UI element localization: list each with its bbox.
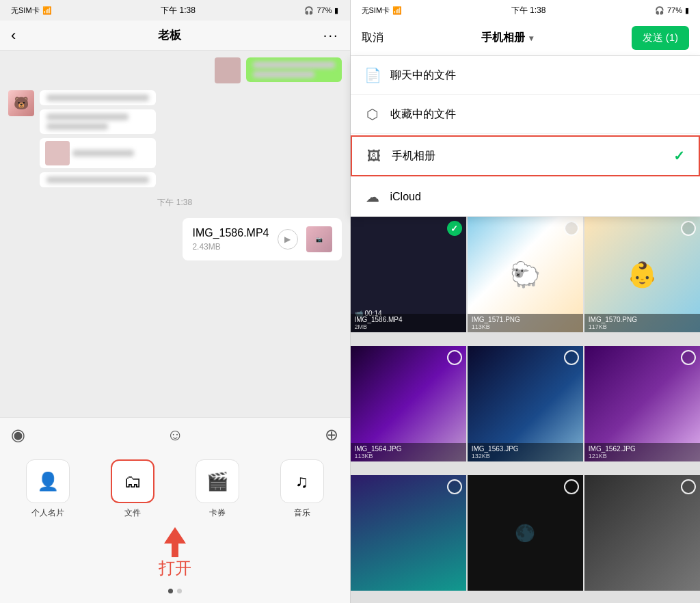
file-size: 2.43MB <box>192 242 269 252</box>
photo-select-7 <box>564 479 579 494</box>
dots-row <box>5 585 345 598</box>
photo-size-5: 121KB <box>589 453 696 459</box>
voice-icon[interactable]: ◉ <box>11 425 25 444</box>
bubble-2 <box>40 109 156 134</box>
album-title: 手机相册 <box>481 31 525 45</box>
icons-panel: 👤 个人名片 🗂 文件 🎬 卡券 ♫ <box>0 451 350 603</box>
send-button[interactable]: 发送 (1) <box>632 26 690 50</box>
msg-group <box>40 90 156 187</box>
left-nav-bar: ‹ 老板 ··· <box>0 21 350 51</box>
photo-label-5: IMG_1562.JPG 121KB <box>584 443 700 461</box>
photo-select-1 <box>564 221 579 236</box>
msg-row-1 <box>8 57 342 83</box>
photo-label-4: IMG_1563.JPG 132KB <box>468 443 583 461</box>
bubble-1 <box>40 90 156 105</box>
photo-size-0: 2MB <box>355 323 462 330</box>
ticket-label: 卡券 <box>209 507 226 519</box>
music-icon: ♫ <box>295 471 309 492</box>
ticket-icon: 🎬 <box>206 471 228 492</box>
dropdown-item-icloud[interactable]: ☁ iCloud <box>351 178 701 216</box>
right-status-bar: 无SIM卡 📶 下午 1:38 🎧 77% ▮ <box>351 0 701 21</box>
photo-select-4 <box>564 350 579 365</box>
right-nav: 取消 手机相册 ▾ 发送 (1) <box>351 21 701 56</box>
photo-label-0: IMG_1586.MP4 2MB <box>351 314 466 332</box>
photo-cell-7[interactable]: 🌑 <box>468 475 583 591</box>
right-battery-icon: ▮ <box>685 6 689 15</box>
music-icon-box: ♫ <box>280 459 324 503</box>
icon-item-music[interactable]: ♫ 音乐 <box>265 459 340 519</box>
bubble-img <box>40 138 156 168</box>
file-bubble[interactable]: IMG_1586.MP4 2.43MB ▶ 📷 <box>183 218 341 260</box>
right-wifi-icon: 📶 <box>392 6 402 15</box>
msg-timestamp: 下午 1:38 <box>8 197 342 209</box>
left-no-sim: 无SIM卡 <box>11 5 40 16</box>
photo-name-5: IMG_1562.JPG <box>589 445 696 453</box>
contact-icon: 👤 <box>37 471 59 492</box>
photo-name-3: IMG_1564.JPG <box>355 445 462 453</box>
photo-select-2 <box>681 221 696 236</box>
icon-item-contact[interactable]: 👤 个人名片 <box>10 459 85 519</box>
right-headphone-icon: 🎧 <box>655 6 664 15</box>
dropdown-menu: 📄 聊天中的文件 ⬡ 收藏中的文件 🖼 手机相册 ✓ ☁ iCloud <box>351 56 701 217</box>
ticket-icon-box: 🎬 <box>196 459 239 503</box>
plus-icon[interactable]: ⊕ <box>325 425 338 444</box>
check-icon: ✓ <box>673 148 685 164</box>
photo-grid: ✓ 📹 00:14 IMG_1586.MP4 2MB 🐑 IMG_1571.PN… <box>351 217 701 603</box>
blur-line <box>46 94 149 101</box>
dropdown-item-chat-files[interactable]: 📄 聊天中的文件 <box>351 56 701 95</box>
photo-select-3 <box>447 350 462 365</box>
chevron-down-icon: ▾ <box>529 34 533 43</box>
photo-name-4: IMG_1563.JPG <box>472 445 579 453</box>
back-button[interactable]: ‹ <box>11 27 16 44</box>
chat-files-icon: 📄 <box>364 67 381 83</box>
photo-select-6 <box>447 479 462 494</box>
photo-cell-3[interactable]: IMG_1564.JPG 113KB <box>351 346 466 461</box>
photo-label-3: IMG_1564.JPG 113KB <box>351 443 466 461</box>
photo-cell-6[interactable] <box>351 475 466 591</box>
right-status-time: 下午 1:38 <box>511 5 546 16</box>
dot-1 <box>168 589 173 593</box>
play-button[interactable]: ▶ <box>278 229 298 250</box>
chat-files-label: 聊天中的文件 <box>390 68 456 83</box>
blur-line <box>72 150 134 157</box>
image-thumb <box>45 141 70 165</box>
blur-line <box>46 123 108 130</box>
album-selector[interactable]: 手机相册 ▾ <box>481 31 533 45</box>
icon-item-file[interactable]: 🗂 文件 <box>95 459 170 519</box>
right-panel: 无SIM卡 📶 下午 1:38 🎧 77% ▮ 取消 手机相册 ▾ 发送 (1)… <box>351 0 701 603</box>
phone-album-label: 手机相册 <box>392 149 435 163</box>
contact-icon-box: 👤 <box>26 459 70 503</box>
blur-line <box>46 113 129 120</box>
blur-line <box>46 176 149 183</box>
photo-label-1: IMG_1571.PNG 113KB <box>468 314 583 332</box>
cancel-button[interactable]: 取消 <box>362 31 383 45</box>
dropdown-item-phone-album[interactable]: 🖼 手机相册 ✓ <box>351 135 701 176</box>
more-button[interactable]: ··· <box>323 27 339 43</box>
icon-item-ticket[interactable]: 🎬 卡券 <box>180 459 255 519</box>
photo-cell-0[interactable]: ✓ 📹 00:14 IMG_1586.MP4 2MB <box>351 217 466 332</box>
photo-name-0: IMG_1586.MP4 <box>355 316 462 323</box>
emoji-icon[interactable]: ☺ <box>167 425 184 444</box>
file-icon: 🗂 <box>124 471 142 492</box>
favorites-icon: ⬡ <box>364 106 381 122</box>
dot-2 <box>177 589 182 593</box>
msg-row-2: 🐻 <box>8 90 342 187</box>
icloud-icon: ☁ <box>364 189 381 205</box>
photo-name-2: IMG_1570.PNG <box>589 316 696 323</box>
photo-cell-1[interactable]: 🐑 IMG_1571.PNG 113KB <box>468 217 583 332</box>
photo-cell-5[interactable]: IMG_1562.JPG 121KB <box>584 346 700 461</box>
photo-select-0: ✓ <box>447 221 462 236</box>
arrow-up-icon <box>164 527 186 544</box>
dropdown-item-favorites[interactable]: ⬡ 收藏中的文件 <box>351 95 701 134</box>
arrow-container: 打开 <box>5 524 345 579</box>
photo-size-2: 117KB <box>589 323 696 330</box>
left-panel: 无SIM卡 📶 下午 1:38 🎧 77% ▮ ‹ 老板 ··· 🐻 <box>0 0 350 603</box>
icloud-label: iCloud <box>390 191 421 203</box>
photo-cell-8[interactable] <box>584 475 700 591</box>
photo-cell-2[interactable]: 👶 IMG_1570.PNG 117KB <box>584 217 700 332</box>
photo-size-4: 132KB <box>472 453 579 459</box>
open-label: 打开 <box>159 557 191 579</box>
photo-cell-4[interactable]: IMG_1563.JPG 132KB <box>468 346 583 461</box>
bubble-blurred-right-1 <box>246 57 342 82</box>
photo-select-5 <box>681 350 696 365</box>
